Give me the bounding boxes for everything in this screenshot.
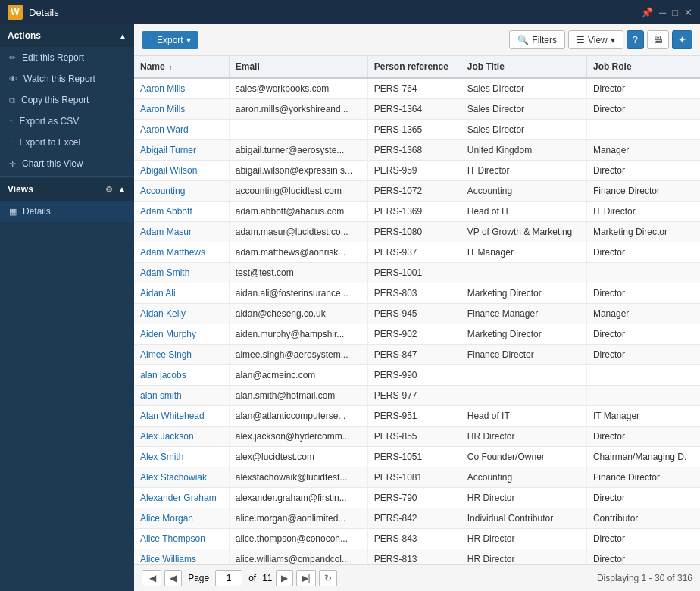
table-cell[interactable]: Adam Abbott [134,202,229,222]
column-header-person-ref[interactable]: Person reference [367,56,461,78]
first-page-button[interactable]: |◀ [142,570,161,586]
table-row: Alex Jacksonalex.jackson@hydercomm...PER… [134,427,700,447]
sidebar-item-export-excel[interactable]: ↑ Export to Excel [0,132,134,153]
actions-section-header[interactable]: Actions ▲ [0,24,134,47]
table-cell: Contributor [586,508,700,529]
table-cell[interactable]: alan jacobs [134,365,229,386]
export-button[interactable]: ↑ Export ▾ [142,31,198,49]
export-csv-icon: ↑ [9,117,14,126]
table-cell: VP of Growth & Marketing [461,222,586,242]
table-cell: test@test.com [229,263,367,283]
table-cell[interactable]: Adam Masur [134,222,229,242]
table-cell: PERS-959 [367,161,461,181]
column-header-job-title[interactable]: Job Title [461,56,586,78]
info-button[interactable]: ✦ [672,30,692,49]
table-cell[interactable]: Aidan Kelly [134,304,229,324]
help-button[interactable]: ? [627,30,644,49]
last-page-button[interactable]: ▶| [296,570,316,586]
table-cell: PERS-1001 [367,263,461,283]
table-cell [586,365,700,386]
table-cell[interactable]: Alice Thompson [134,529,229,549]
table-cell[interactable]: Aidan Ali [134,283,229,304]
filters-button[interactable]: 🔍 Filters [509,30,565,49]
table-cell[interactable]: Alice Williams [134,549,229,565]
refresh-button[interactable]: ↻ [319,570,337,586]
table-cell[interactable]: Alan Whitehead [134,406,229,427]
table-cell[interactable]: Abigail Turner [134,140,229,161]
table-cell: IT Director [461,161,586,181]
column-header-job-role[interactable]: Job Role [586,56,700,78]
copy-icon: ⧉ [9,95,15,105]
table-row: Adam Matthewsadam.matthews@aonrisk...PER… [134,242,700,263]
view-button[interactable]: ☰ View ▾ [568,30,623,49]
column-header-email[interactable]: Email [229,56,367,78]
page-label: Page [188,573,209,583]
export-icon: ↑ [149,35,154,45]
table-cell[interactable]: Accounting [134,181,229,202]
table-cell[interactable]: Alexander Graham [134,488,229,508]
table-cell: PERS-951 [367,406,461,427]
table-cell[interactable]: Alice Morgan [134,508,229,529]
sidebar-item-label: Copy this Report [21,95,89,105]
table-cell: alan@atlanticcomputerse... [229,406,367,427]
sidebar-item-edit-report[interactable]: ✏ Edit this Report [0,47,134,68]
table-cell[interactable]: Aiden Murphy [134,324,229,345]
sidebar-item-label: Watch this Report [23,73,95,84]
table-cell: PERS-842 [367,508,461,529]
edit-icon: ✏ [9,53,16,63]
sidebar-item-label: Export as CSV [20,116,80,127]
table-cell[interactable]: Alex Jackson [134,427,229,447]
table-cell: adam.matthews@aonrisk... [229,242,367,263]
prev-page-button[interactable]: ◀ [164,570,182,586]
table-cell [586,263,700,283]
close-button[interactable]: ✕ [684,7,692,18]
table-cell[interactable]: Aaron Ward [134,120,229,140]
table-cell: PERS-1080 [367,222,461,242]
pin-button[interactable]: 📌 [641,7,653,18]
sidebar-item-details[interactable]: ▦ Details [0,201,134,222]
table-cell: aidan.ali@fosterinsurance... [229,283,367,304]
table-cell[interactable]: alan smith [134,386,229,406]
sidebar-item-chart-view[interactable]: ✛ Chart this View [0,153,134,174]
watch-icon: 👁 [9,74,17,83]
table-row: Accountingaccounting@lucidtest.comPERS-1… [134,181,700,202]
views-section-header[interactable]: Views ⚙ ▲ [0,178,134,201]
table-cell[interactable]: Adam Matthews [134,242,229,263]
table-cell[interactable]: Abigail Wilson [134,161,229,181]
details-view-icon: ▦ [9,207,17,217]
table-cell[interactable]: Aimee Singh [134,345,229,365]
table-cell[interactable]: Aaron Mills [134,78,229,99]
table-cell: Director [586,324,700,345]
table-cell[interactable]: Adam Smith [134,263,229,283]
sidebar-item-copy-report[interactable]: ⧉ Copy this Report [0,89,134,111]
sidebar-divider [0,176,134,177]
table-cell[interactable]: Alex Stachowiak [134,467,229,488]
table-cell: Director [586,488,700,508]
table-cell: Sales Director [461,120,586,140]
title-bar: W Details 📌 ─ □ ✕ [0,0,700,24]
table-cell: alice.williams@cmpandcol... [229,549,367,565]
column-header-name[interactable]: Name ↑ [134,56,229,78]
table-cell: Director [586,549,700,565]
view-icon: ☰ [577,35,585,45]
table-cell[interactable]: Alex Smith [134,447,229,467]
main-content: Actions ▲ ✏ Edit this Report 👁 Watch thi… [0,24,700,591]
table-cell[interactable]: Aaron Mills [134,99,229,120]
page-number-input[interactable] [215,570,242,586]
sidebar-item-export-csv[interactable]: ↑ Export as CSV [0,111,134,132]
table-cell [461,365,586,386]
next-page-button[interactable]: ▶ [276,570,293,586]
table-cell: alan.smith@hotmail.com [229,386,367,406]
gear-icon[interactable]: ⚙ [105,185,113,195]
print-button[interactable]: 🖶 [647,30,669,49]
table-cell: HR Director [461,488,586,508]
data-table-container: Name ↑ Email Person reference Job Title [134,56,700,564]
table-cell: alice.morgan@aonlimited... [229,508,367,529]
maximize-button[interactable]: □ [672,7,678,18]
table-cell: Manager [586,304,700,324]
total-pages: 11 [262,573,272,583]
minimize-button[interactable]: ─ [659,7,666,18]
sidebar-item-watch-report[interactable]: 👁 Watch this Report [0,68,134,89]
table-cell: alex.jackson@hydercomm... [229,427,367,447]
filter-icon: 🔍 [517,35,529,45]
